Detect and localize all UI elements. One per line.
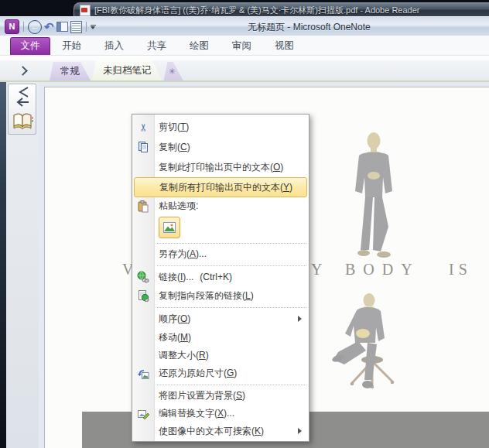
copy-link-icon [137, 289, 149, 302]
copy-icon [137, 141, 149, 153]
ribbon-tab-draw[interactable]: 绘图 [178, 36, 221, 55]
menu-item-label: 使图像中的文本可搜索(K) [159, 425, 264, 438]
new-section-icon: ✳ [169, 67, 176, 77]
ribbon-tab-bar: 文件 开始 插入 共享 绘图 审阅 视图 [0, 36, 489, 56]
menu-item-copy-page-text[interactable]: 复制此打印输出页中的文本(O) [132, 157, 309, 177]
undo-icon: ↶ [44, 20, 54, 33]
menu-item-edit-alt-text[interactable]: 编辑替换文字(X)... [132, 405, 309, 422]
menu-separator [157, 307, 306, 308]
customize-toolbar-button[interactable] [91, 25, 96, 29]
alt-text-icon [137, 408, 149, 420]
ribbon-tab-share[interactable]: 共享 [135, 36, 178, 55]
cut-icon: ✂ [138, 123, 149, 132]
submenu-arrow-icon [298, 428, 302, 434]
section-tab-general[interactable]: 常规 [50, 62, 91, 80]
menu-item-copy-all-text[interactable]: 复制所有打印输出页中的文本(Y) [134, 177, 307, 197]
section-tab-unfiled-notes[interactable]: 未归档笔记 [92, 60, 162, 80]
submenu-arrow-icon [298, 316, 302, 322]
cover-standing-man-image [345, 132, 402, 261]
back-arrow-icon: ← [31, 22, 39, 31]
menu-item-label: 复制所有打印输出页中的文本(Y) [159, 181, 292, 194]
cover-sitting-man-image [332, 293, 403, 409]
paste-picture-icon [162, 221, 176, 234]
new-section-button[interactable]: ✳ [164, 62, 183, 80]
document-icon [70, 21, 82, 33]
menu-item-label: 粘贴选项: [159, 200, 198, 213]
expand-notebooks-chevron-icon[interactable] [18, 66, 28, 76]
menu-item-label: 复制指向段落的链接(L) [159, 289, 254, 303]
menu-item-move[interactable]: 移动(M) [132, 328, 309, 347]
menu-separator [157, 243, 306, 244]
toolbar-separator [23, 22, 24, 32]
link-icon [137, 271, 149, 283]
menu-item-label: 另存为(A)... [159, 248, 207, 261]
chevron-down-icon [91, 26, 95, 29]
menu-item-label: 链接(I)...(Ctrl+K) [159, 271, 232, 284]
paste-options-row [132, 215, 309, 241]
menu-separator [157, 265, 306, 266]
restore-size-icon [137, 368, 149, 380]
menu-item-copy[interactable]: 复制(C) [132, 137, 309, 157]
onenote-logo-icon[interactable]: N [5, 19, 19, 34]
background-window-title: [FBI教你破解身体语言] ((美)乔·纳瓦罗 & (美)马文·卡尔林斯)扫描版… [94, 5, 420, 16]
titlebar[interactable]: N ← ↶ 无标题页 - Microsoft OneNote [0, 16, 489, 36]
collapse-arrows-icon [13, 86, 32, 108]
menu-item-label: 剪切(T) [159, 121, 189, 134]
desktop-edge [0, 82, 6, 448]
menu-item-make-text-searchable[interactable]: 使图像中的文本可搜索(K) [132, 422, 309, 439]
back-button[interactable]: ← [28, 20, 42, 34]
menu-item-restore-original-size[interactable]: 还原为原始尺寸(G) [132, 364, 309, 382]
menu-item-resize[interactable]: 调整大小(R) [132, 347, 309, 364]
shortcut-text: (Ctrl+K) [200, 272, 232, 282]
dock-to-desktop-button[interactable] [56, 22, 68, 32]
context-menu: ✂ 剪切(T) 复制(C) 复制此打印输出页中的文本(O) 复制所有打印输出页中… [132, 114, 309, 442]
paste-icon [137, 200, 149, 213]
background-window-titlebar[interactable]: [FBI教你破解身体语言] ((美)乔·纳瓦罗 & (美)马文·卡尔林斯)扫描版… [0, 0, 489, 16]
menu-item-copy-paragraph-link[interactable]: 复制指向段落的链接(L) [132, 286, 309, 305]
quick-access-toolbar: N ← ↶ [5, 19, 96, 34]
menu-item-label: 顺序(O) [159, 313, 190, 326]
dock-window-icon [56, 22, 68, 32]
notebook-nav-box [8, 84, 36, 135]
ribbon-tab-view[interactable]: 视图 [263, 36, 306, 55]
pdf-icon [80, 5, 91, 16]
collapse-page-tabs-button[interactable] [9, 85, 36, 108]
cover-word-is: IS [449, 261, 472, 279]
full-page-view-button[interactable] [70, 21, 82, 33]
menu-separator [157, 385, 306, 385]
menu-item-label: 移动(M) [159, 331, 191, 344]
menu-item-label: 复制此打印输出页中的文本(O) [159, 161, 283, 174]
menu-item-label: 调整大小(R) [159, 349, 209, 362]
ribbon-tab-review[interactable]: 审阅 [221, 36, 263, 55]
ribbon-tab-insert[interactable]: 插入 [93, 36, 135, 55]
background-window-glass[interactable]: [FBI教你破解身体语言] ((美)乔·纳瓦罗 & (美)马文·卡尔林斯)扫描版… [74, 2, 489, 17]
undo-button[interactable]: ↶ [44, 21, 54, 33]
notebooks-button[interactable] [9, 110, 36, 133]
menu-item-label: 还原为原始尺寸(G) [159, 367, 237, 380]
menu-item-order[interactable]: 顺序(O) [132, 309, 309, 328]
notebook-icon [11, 112, 34, 131]
paste-picture-button[interactable] [159, 217, 180, 238]
menu-item-label: 复制(C) [159, 141, 190, 154]
ribbon-tab-home[interactable]: 开始 [50, 36, 93, 55]
menu-item-set-picture-as-background[interactable]: 将图片设置为背景(S) [132, 387, 309, 405]
menu-item-label: 将图片设置为背景(S) [159, 389, 245, 402]
left-sidebar [6, 82, 39, 448]
toolbar-separator [86, 22, 87, 32]
window-title: 无标题页 - Microsoft OneNote [248, 21, 371, 34]
menu-item-label: 编辑替换文字(X)... [159, 407, 234, 420]
cover-letter: Y [311, 261, 322, 279]
cover-word-body: BODY [345, 261, 420, 279]
menu-item-save-as[interactable]: 另存为(A)... [132, 245, 309, 263]
section-tab-bar: 常规 未归档笔记 ✳ [0, 60, 489, 82]
ribbon-tab-file[interactable]: 文件 [10, 37, 50, 55]
menu-item-paste-options: 粘贴选项: [132, 197, 309, 215]
menu-item-link[interactable]: 链接(I)...(Ctrl+K) [132, 268, 309, 286]
menu-item-cut[interactable]: ✂ 剪切(T) [132, 117, 309, 137]
